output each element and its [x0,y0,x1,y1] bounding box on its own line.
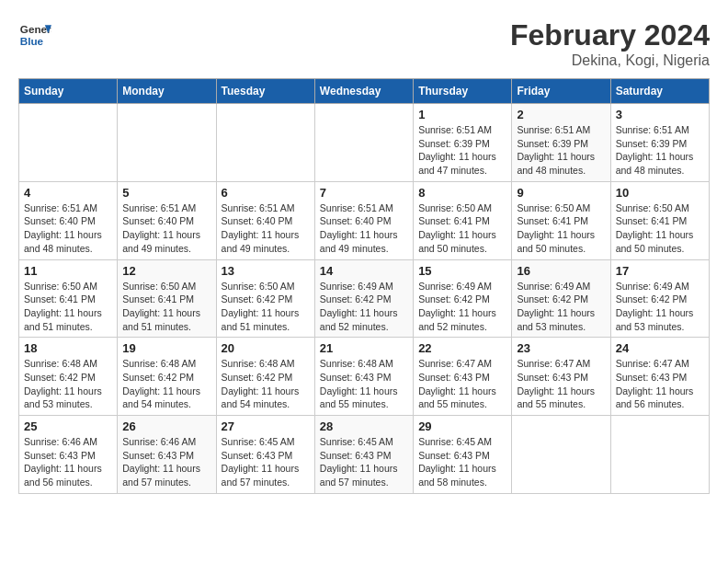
day-number: 6 [222,186,310,200]
weekday-header-tuesday: Tuesday [216,79,314,104]
calendar-cell: 18Sunrise: 6:48 AM Sunset: 6:42 PM Dayli… [19,338,118,416]
day-info: Sunrise: 6:46 AM Sunset: 6:43 PM Dayligh… [24,435,112,489]
day-number: 19 [122,341,210,355]
page-header: General Blue February 2024 Dekina, Kogi,… [18,18,710,69]
day-number: 11 [24,264,112,278]
calendar-week-3: 11Sunrise: 6:50 AM Sunset: 6:41 PM Dayli… [19,259,710,338]
day-number: 14 [320,264,408,278]
day-info: Sunrise: 6:48 AM Sunset: 6:42 PM Dayligh… [122,357,210,411]
day-info: Sunrise: 6:49 AM Sunset: 6:42 PM Dayligh… [320,280,408,334]
day-number: 20 [222,341,310,355]
day-info: Sunrise: 6:51 AM Sunset: 6:40 PM Dayligh… [222,201,310,256]
calendar-cell [216,104,314,182]
calendar-cell: 25Sunrise: 6:46 AM Sunset: 6:43 PM Dayli… [19,416,118,494]
day-number: 16 [517,264,605,278]
day-info: Sunrise: 6:50 AM Sunset: 6:41 PM Dayligh… [24,280,112,334]
weekday-header-friday: Friday [512,79,610,104]
day-info: Sunrise: 6:48 AM Sunset: 6:43 PM Dayligh… [320,357,408,411]
day-number: 26 [122,419,210,433]
day-info: Sunrise: 6:47 AM Sunset: 6:43 PM Dayligh… [418,357,506,411]
calendar-cell: 20Sunrise: 6:48 AM Sunset: 6:42 PM Dayli… [216,338,314,416]
calendar-cell: 5Sunrise: 6:51 AM Sunset: 6:40 PM Daylig… [118,181,216,259]
day-number: 15 [418,264,506,278]
calendar-week-5: 25Sunrise: 6:46 AM Sunset: 6:43 PM Dayli… [19,416,710,494]
weekday-header-saturday: Saturday [610,79,709,104]
day-number: 28 [320,419,408,433]
calendar-cell: 7Sunrise: 6:51 AM Sunset: 6:40 PM Daylig… [314,181,413,259]
day-info: Sunrise: 6:50 AM Sunset: 6:41 PM Dayligh… [616,201,704,256]
calendar-cell: 9Sunrise: 6:50 AM Sunset: 6:41 PM Daylig… [512,181,610,259]
day-number: 24 [616,341,704,355]
day-info: Sunrise: 6:51 AM Sunset: 6:39 PM Dayligh… [616,123,704,178]
calendar-cell [512,416,610,494]
calendar-cell: 12Sunrise: 6:50 AM Sunset: 6:41 PM Dayli… [118,259,216,338]
day-info: Sunrise: 6:50 AM Sunset: 6:41 PM Dayligh… [418,201,506,256]
calendar-cell: 21Sunrise: 6:48 AM Sunset: 6:43 PM Dayli… [314,338,413,416]
calendar-cell: 11Sunrise: 6:50 AM Sunset: 6:41 PM Dayli… [19,259,118,338]
day-info: Sunrise: 6:51 AM Sunset: 6:39 PM Dayligh… [517,123,605,178]
calendar-cell: 13Sunrise: 6:50 AM Sunset: 6:42 PM Dayli… [216,259,314,338]
calendar-cell [19,104,118,182]
calendar-cell [118,104,216,182]
calendar-cell: 19Sunrise: 6:48 AM Sunset: 6:42 PM Dayli… [118,338,216,416]
logo-icon: General Blue [18,18,51,52]
weekday-header-thursday: Thursday [414,79,512,104]
calendar-cell: 3Sunrise: 6:51 AM Sunset: 6:39 PM Daylig… [610,104,709,182]
calendar-cell: 8Sunrise: 6:50 AM Sunset: 6:41 PM Daylig… [414,181,512,259]
day-info: Sunrise: 6:51 AM Sunset: 6:39 PM Dayligh… [418,123,506,178]
calendar-week-4: 18Sunrise: 6:48 AM Sunset: 6:42 PM Dayli… [19,338,710,416]
day-info: Sunrise: 6:47 AM Sunset: 6:43 PM Dayligh… [517,357,605,411]
day-info: Sunrise: 6:45 AM Sunset: 6:43 PM Dayligh… [320,435,408,489]
calendar-cell: 27Sunrise: 6:45 AM Sunset: 6:43 PM Dayli… [216,416,314,494]
day-number: 1 [418,108,506,121]
calendar-week-2: 4Sunrise: 6:51 AM Sunset: 6:40 PM Daylig… [19,181,710,259]
calendar-cell: 17Sunrise: 6:49 AM Sunset: 6:42 PM Dayli… [610,259,709,338]
day-info: Sunrise: 6:51 AM Sunset: 6:40 PM Dayligh… [24,201,112,256]
weekday-header-sunday: Sunday [19,79,118,104]
calendar-cell: 29Sunrise: 6:45 AM Sunset: 6:43 PM Dayli… [414,416,512,494]
calendar-cell: 14Sunrise: 6:49 AM Sunset: 6:42 PM Dayli… [314,259,413,338]
day-number: 22 [418,341,506,355]
weekday-header-monday: Monday [118,79,216,104]
day-number: 25 [24,419,112,433]
day-info: Sunrise: 6:50 AM Sunset: 6:41 PM Dayligh… [122,280,210,334]
day-number: 23 [517,341,605,355]
day-info: Sunrise: 6:49 AM Sunset: 6:42 PM Dayligh… [418,280,506,334]
day-info: Sunrise: 6:45 AM Sunset: 6:43 PM Dayligh… [222,435,310,489]
day-number: 9 [517,186,605,200]
calendar-cell: 6Sunrise: 6:51 AM Sunset: 6:40 PM Daylig… [216,181,314,259]
day-number: 3 [616,108,704,121]
calendar-cell: 10Sunrise: 6:50 AM Sunset: 6:41 PM Dayli… [610,181,709,259]
day-number: 8 [418,186,506,200]
day-info: Sunrise: 6:45 AM Sunset: 6:43 PM Dayligh… [418,435,506,489]
day-info: Sunrise: 6:46 AM Sunset: 6:43 PM Dayligh… [122,435,210,489]
calendar-cell: 4Sunrise: 6:51 AM Sunset: 6:40 PM Daylig… [19,181,118,259]
day-info: Sunrise: 6:50 AM Sunset: 6:41 PM Dayligh… [517,201,605,256]
calendar-cell: 26Sunrise: 6:46 AM Sunset: 6:43 PM Dayli… [118,416,216,494]
calendar-cell: 24Sunrise: 6:47 AM Sunset: 6:43 PM Dayli… [610,338,709,416]
calendar-cell: 15Sunrise: 6:49 AM Sunset: 6:42 PM Dayli… [414,259,512,338]
page-subtitle: Dekina, Kogi, Nigeria [510,52,710,69]
day-number: 2 [517,108,605,121]
title-block: February 2024 Dekina, Kogi, Nigeria [510,18,710,69]
day-number: 4 [24,186,112,200]
weekday-header-wednesday: Wednesday [314,79,413,104]
day-number: 12 [122,264,210,278]
day-number: 18 [24,341,112,355]
calendar-cell: 28Sunrise: 6:45 AM Sunset: 6:43 PM Dayli… [314,416,413,494]
day-number: 21 [320,341,408,355]
calendar-cell [314,104,413,182]
day-info: Sunrise: 6:51 AM Sunset: 6:40 PM Dayligh… [320,201,408,256]
calendar-cell: 16Sunrise: 6:49 AM Sunset: 6:42 PM Dayli… [512,259,610,338]
calendar-week-1: 1Sunrise: 6:51 AM Sunset: 6:39 PM Daylig… [19,104,710,182]
day-info: Sunrise: 6:49 AM Sunset: 6:42 PM Dayligh… [517,280,605,334]
day-info: Sunrise: 6:48 AM Sunset: 6:42 PM Dayligh… [222,357,310,411]
day-number: 29 [418,419,506,433]
page-title: February 2024 [510,18,710,52]
calendar-cell [610,416,709,494]
day-number: 10 [616,186,704,200]
svg-text:Blue: Blue [20,35,44,47]
calendar-cell: 22Sunrise: 6:47 AM Sunset: 6:43 PM Dayli… [414,338,512,416]
calendar-table: SundayMondayTuesdayWednesdayThursdayFrid… [18,78,710,494]
day-number: 7 [320,186,408,200]
